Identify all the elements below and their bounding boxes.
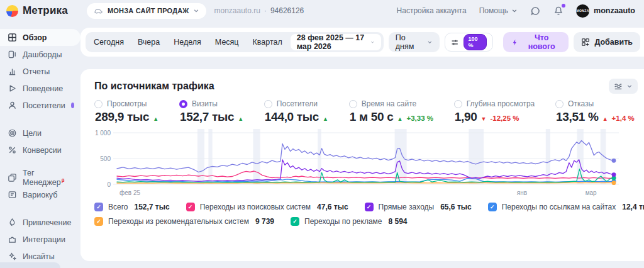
radio-icon[interactable] [555,100,564,108]
radio-icon[interactable] [264,100,272,108]
preset-week-button[interactable]: Неделя [167,32,208,52]
sidebar-item-overview[interactable]: Обзор [0,29,80,46]
metric-visits[interactable]: Визиты 152,7 тыс▲ [179,99,243,124]
checkbox-icon[interactable]: ✓ [186,203,195,211]
legend-label: Прямые заходы [379,203,435,211]
preset-month-button[interactable]: Месяц [208,32,246,52]
sidebar-item-reports[interactable]: Отчеты [0,63,80,80]
checkbox-icon[interactable]: ✓ [291,217,299,226]
trend-arrow-icon: ▲ [602,116,608,122]
sidebar-item-integrations[interactable]: Интеграции [0,231,80,248]
traffic-sources-card: По источникам трафика ⋮ Просмотры 289,9 … [80,69,644,261]
counter-domain[interactable]: monzaauto.ru [214,6,260,15]
svg-text:1 000: 1 000 [95,130,111,137]
legend-item-total[interactable]: ✓ Всего 152,7 тыс [94,203,170,211]
sampling-badge: 100 % [464,34,487,50]
sidebar-item-visitors[interactable]: Посетители [0,97,80,114]
sidebar-item-behavior[interactable]: Поведение [0,80,80,97]
notifications-button[interactable] [553,6,564,16]
counter-meta: monzaauto.ru · 94626126 [214,6,304,15]
chevron-down-icon [193,8,199,14]
sidebar-item-variocube[interactable]: Вариокуб [0,186,80,203]
sidebar: Обзор Дашборды Отчеты Поведение Посетите… [0,21,80,268]
card-title: По источникам трафика [94,81,214,92]
granularity-select[interactable]: По дням [389,32,440,52]
legend-item-site-links[interactable]: ✓ Переходы по ссылкам на сайтах 12,4 тыс [488,203,644,211]
chevron-down-icon [511,8,518,14]
metric-value: 13,51 % [556,110,599,124]
add-widget-button[interactable]: Добавить [574,32,640,52]
target-icon [8,128,17,138]
flame-icon [8,218,17,227]
legend-value: 9 739 [255,217,274,226]
variocube-icon [8,190,17,199]
legend-value: 8 594 [389,217,408,226]
sidebar-item-label: Посетители [23,101,65,110]
legend-item-ads[interactable]: ✓ Переходы по рекламе 8 594 [291,217,408,226]
person-icon [8,101,17,110]
sidebar-item-label: Дашборды [23,50,62,59]
notification-dot [562,4,565,8]
user-name: monzaauto [594,6,635,15]
metrika-logo-icon [6,5,18,17]
trend-arrow-icon: ▲ [397,116,403,122]
legend-value: 152,7 тыс [134,203,169,211]
traffic-chart[interactable]: 05001 000фев 25янвмар [94,126,644,201]
metrika-logo[interactable]: Метрика [6,4,79,17]
checkbox-icon[interactable]: ✓ [365,203,374,211]
metric-value: 144,0 тыс [265,110,319,124]
checkbox-icon[interactable]: ✓ [94,217,103,226]
metric-time-on-site[interactable]: Время на сайте 1 м 50 с▲+3,33 % [349,99,433,124]
preset-today-button[interactable]: Сегодня [87,32,131,52]
help-menu[interactable]: Помощь [479,6,518,15]
metric-label: Глубина просмотра [467,99,535,108]
date-range-value: 28 фев 2025 — 17 мар 2026 [297,33,365,51]
trend-arrow-icon: ▼ [481,116,487,122]
bar-chart-icon [8,67,17,76]
radio-icon[interactable] [94,100,103,108]
sidebar-item-dashboards[interactable]: Дашборды [0,46,80,63]
legend-value: 12,4 тыс [622,203,644,211]
sidebar-item-label: Интеграции [23,235,65,244]
legend-label: Переходы из рекомендательных систем [108,217,249,226]
sidebar-item-conversions[interactable]: Конверсии [0,142,80,159]
date-preset-group: Сегодня Вчера Неделя Месяц Квартал 28 фе… [86,32,384,52]
preset-quarter-button[interactable]: Квартал [246,32,289,52]
metric-pageviews[interactable]: Просмотры 289,9 тыс▲ [94,99,158,124]
counter-selector[interactable]: МОНЗА САЙТ ПРОДАЖ [87,3,206,19]
sliders-icon [451,38,458,47]
legend-item-direct[interactable]: ✓ Прямые заходы 65,6 тыс [365,203,472,211]
sampling-control[interactable]: 100 % [445,33,492,52]
help-label: Помощь [479,6,508,15]
avatar: MONZA [576,4,589,18]
radio-icon[interactable] [349,100,357,108]
sidebar-item-label: Инсайты [23,252,55,261]
metric-depth[interactable]: Глубина просмотра 1,90▼-12,25 % [454,99,535,124]
chat-icon[interactable] [530,6,541,16]
chart-type-select[interactable] [609,79,638,94]
account-settings-link[interactable]: Настройка аккаунта [397,6,467,15]
user-menu[interactable]: MONZA monzaauto [576,4,635,18]
radio-icon[interactable] [179,100,187,108]
legend-item-recommenders[interactable]: ✓ Переходы из рекомендательных систем 9 … [94,217,274,226]
metric-value: 1,90 [455,110,477,124]
date-range-picker[interactable]: 28 фев 2025 — 17 мар 2026 [291,34,381,50]
sidebar-item-acquisition[interactable]: Привлечение [0,214,80,231]
trend-arrow-icon: ▲ [238,116,243,122]
whats-new-button[interactable]: Что нового [503,32,569,52]
legend-item-search[interactable]: ✓ Переходы из поисковых систем 47,6 тыс [186,203,348,211]
collapsed-panel-tab[interactable] [0,262,60,268]
sidebar-item-label: Отчеты [23,67,50,76]
sidebar-item-goals[interactable]: Цели [0,125,80,142]
checkbox-icon[interactable]: ✓ [488,203,497,211]
checkbox-icon[interactable]: ✓ [94,203,103,211]
counter-favicon-car-icon [94,6,103,16]
percent-icon [8,145,17,155]
preset-yesterday-button[interactable]: Вчера [131,32,167,52]
sidebar-item-tag-manager[interactable]: Тег Менеджерβ [0,169,80,186]
metric-users[interactable]: Посетители 144,0 тыс▲ [264,99,328,124]
meta-separator: · [264,6,267,15]
radio-icon[interactable] [454,100,462,108]
tag-manager-icon [8,173,17,182]
metric-bounce-rate[interactable]: Отказы 13,51 %▲+1,4 % [555,99,635,124]
